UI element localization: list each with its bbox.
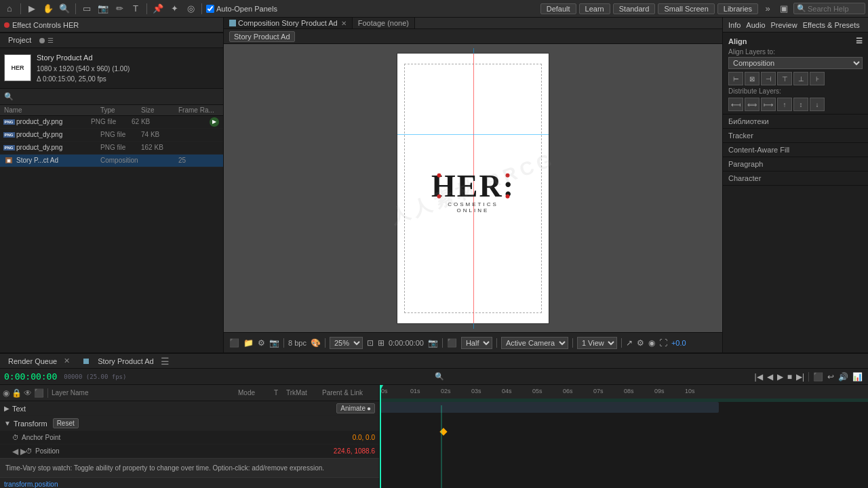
- align-bottom-btn[interactable]: ⊦: [810, 72, 825, 85]
- distribute-right-btn[interactable]: ⟼: [761, 98, 776, 111]
- project-search[interactable]: 🔍: [0, 89, 223, 105]
- pen-tool[interactable]: ✏: [113, 2, 126, 16]
- effect-controls-tab[interactable]: Effect Controls HER: [12, 21, 79, 29]
- distribute-center-v-btn[interactable]: ↕: [793, 98, 808, 111]
- transform-toggle[interactable]: ▼: [4, 420, 11, 427]
- comp-name-button[interactable]: Story Product Ad: [229, 31, 295, 42]
- preview-tab[interactable]: Preview: [771, 21, 797, 29]
- magnification-select[interactable]: Half: [461, 337, 492, 349]
- align-menu-icon[interactable]: ☰: [856, 37, 863, 45]
- comp-tab-composition[interactable]: Composition Story Product Ad ✕: [224, 18, 353, 28]
- output-icon[interactable]: 📁: [243, 338, 254, 348]
- tl-audio[interactable]: 🔊: [837, 372, 850, 382]
- tl-prev-frame[interactable]: ◀: [766, 372, 774, 382]
- tl-ram-preview[interactable]: ⬛: [812, 372, 825, 382]
- tl-playhead[interactable]: [380, 385, 381, 488]
- bg-icon[interactable]: ⬛: [447, 338, 457, 348]
- home-icon[interactable]: ⌂: [3, 2, 16, 16]
- text-toggle[interactable]: ▶: [4, 405, 9, 412]
- tl-chart[interactable]: 📊: [851, 372, 864, 382]
- list-item[interactable]: PNG product_dy.png PNG file 62 KB ▶: [0, 116, 223, 129]
- position-stopwatch[interactable]: ⏱: [26, 447, 33, 455]
- align-center-v-btn[interactable]: ⊥: [793, 72, 808, 85]
- arrow-tool[interactable]: ▶: [25, 2, 39, 16]
- rect-tool[interactable]: ▭: [80, 2, 94, 16]
- export-icon[interactable]: ↗: [626, 338, 633, 348]
- pin-tool[interactable]: 📌: [151, 2, 165, 16]
- content-aware-link[interactable]: Content-Aware Fill: [723, 143, 868, 157]
- roto-tool[interactable]: ◎: [184, 2, 197, 16]
- workspace-standard[interactable]: Standard: [613, 3, 656, 14]
- tl-solo-icon[interactable]: ◉: [3, 388, 9, 398]
- color-icon[interactable]: 🎨: [311, 338, 321, 348]
- workspace-default[interactable]: Default: [540, 3, 576, 14]
- info-tab[interactable]: Info: [728, 21, 741, 29]
- tl-play[interactable]: ▶: [776, 372, 785, 382]
- camera-icon[interactable]: 📷: [269, 338, 279, 348]
- tl-shy-icon[interactable]: 👁: [24, 388, 32, 398]
- prev-keyframe[interactable]: ◀: [12, 447, 18, 456]
- text-tool[interactable]: T: [129, 2, 142, 16]
- story-product-tab[interactable]: Story Product Ad: [94, 356, 158, 367]
- hand-tool[interactable]: ✋: [41, 2, 55, 16]
- distribute-bottom-btn[interactable]: ↓: [810, 98, 825, 111]
- paragraph-link[interactable]: Paragraph: [723, 157, 868, 171]
- auto-open-checkbox[interactable]: Auto-Open Panels: [206, 5, 277, 13]
- tl-stop[interactable]: ■: [786, 372, 793, 382]
- list-item[interactable]: PNG product_dy.png PNG file 74 KB: [0, 129, 223, 142]
- tl-menu-icon[interactable]: ☰: [161, 356, 170, 367]
- workspace-small-screen[interactable]: Small Screen: [658, 3, 714, 14]
- align-right-btn[interactable]: ⊣: [761, 72, 776, 85]
- project-tab[interactable]: Project: [3, 35, 37, 47]
- comp-icon: [229, 20, 236, 26]
- tracker-link[interactable]: Tracker: [723, 129, 868, 143]
- fit-icon[interactable]: ⊡: [367, 338, 374, 348]
- puppet-tool[interactable]: ✦: [167, 2, 181, 16]
- settings-icon-2[interactable]: ⚙: [637, 338, 644, 348]
- distribute-top-btn[interactable]: ↑: [777, 98, 792, 111]
- align-left-btn[interactable]: ⊢: [728, 72, 743, 85]
- align-layers-select[interactable]: Composition: [728, 57, 863, 69]
- effects-presets-tab[interactable]: Effects & Presets: [803, 21, 860, 29]
- animate-button[interactable]: Animate ●: [336, 403, 375, 413]
- workspace-learn[interactable]: Learn: [579, 3, 610, 14]
- list-item[interactable]: PNG product_dy.png PNG file 162 KB: [0, 142, 223, 155]
- search-box[interactable]: 🔍: [793, 3, 865, 14]
- tl-timecode-sub: 00000 (25.00 fps): [64, 373, 126, 380]
- auto-open-input[interactable]: [206, 5, 214, 13]
- biblioteki-link[interactable]: Библиотеки: [723, 115, 868, 129]
- more-workspaces-icon[interactable]: »: [761, 2, 774, 16]
- distribute-center-h-btn[interactable]: ⟺: [745, 98, 760, 111]
- workspace-libraries[interactable]: Libraries: [717, 3, 758, 14]
- keyframe-marker-v: [441, 405, 442, 488]
- fullscreen-icon[interactable]: ⛶: [659, 338, 667, 348]
- anchor-stopwatch[interactable]: ⏱: [12, 434, 19, 441]
- tl-collapse-icon[interactable]: ⬛: [34, 388, 44, 398]
- view-icon[interactable]: ◉: [648, 338, 655, 348]
- zoom-select[interactable]: 25%: [330, 337, 363, 349]
- settings-icon[interactable]: ⚙: [258, 338, 265, 348]
- view-select[interactable]: 1 View: [577, 337, 617, 349]
- tl-next-frame[interactable]: ▶|: [795, 372, 806, 382]
- character-link[interactable]: Character: [723, 171, 868, 186]
- grid-icon[interactable]: ⊞: [378, 338, 384, 348]
- reset-btn[interactable]: Reset: [53, 418, 79, 428]
- list-item[interactable]: ▣ Story P...ct Ad Composition 25: [0, 155, 223, 167]
- align-center-h-btn[interactable]: ⊠: [745, 72, 760, 85]
- tl-lock-icon[interactable]: 🔒: [12, 388, 22, 398]
- zoom-tool[interactable]: 🔍: [58, 2, 71, 16]
- snapshot-icon[interactable]: 📷: [428, 338, 438, 348]
- camera-tool[interactable]: 📷: [96, 2, 110, 16]
- audio-tab[interactable]: Audio: [746, 21, 765, 29]
- camera-select[interactable]: Active Camera: [501, 337, 568, 349]
- monitor-icon[interactable]: ▣: [777, 2, 791, 16]
- distribute-left-btn[interactable]: ⟻: [728, 98, 743, 111]
- tl-loop[interactable]: ↩: [826, 372, 835, 382]
- comp-tab-footage[interactable]: Footage (none): [353, 18, 415, 28]
- align-top-btn[interactable]: ⊤: [777, 72, 792, 85]
- render-icon[interactable]: ⬛: [229, 338, 239, 348]
- search-input[interactable]: [808, 5, 862, 13]
- project-search-input[interactable]: [14, 92, 219, 100]
- tl-go-start[interactable]: |◀: [753, 372, 764, 382]
- close-comp-tab[interactable]: ✕: [341, 20, 347, 27]
